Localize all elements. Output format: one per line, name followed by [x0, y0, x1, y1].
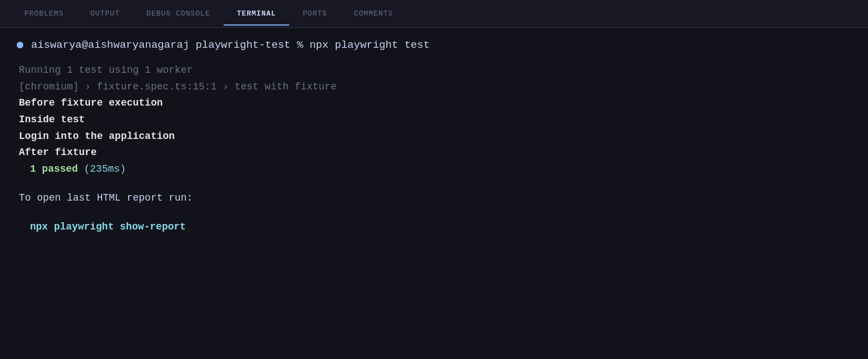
output-line-4: Inside test: [19, 112, 851, 128]
blank-line-2: [19, 207, 851, 219]
terminal-dot-icon: [17, 42, 23, 48]
tab-comments[interactable]: COMMENTS: [341, 2, 407, 26]
tab-ports[interactable]: PORTS: [289, 2, 340, 26]
output-line-3: Before fixture execution: [19, 95, 851, 112]
blank-line-1: [19, 178, 851, 190]
output-line-9: npx playwright show-report: [19, 219, 851, 236]
output-line-6: After fixture: [19, 144, 851, 161]
prompt-text: aiswarya@aishwaryanagaraj playwright-tes…: [31, 39, 430, 51]
tab-output[interactable]: OUTPUT: [77, 2, 133, 26]
output-line-1: Running 1 test using 1 worker: [19, 62, 851, 79]
output-line-2: [chromium] › fixture.spec.ts:15:1 › test…: [19, 79, 851, 96]
output-line-8: To open last HTML report run:: [19, 190, 851, 207]
tab-problems[interactable]: PROBLEMS: [11, 2, 77, 26]
passed-text: 1 passed: [30, 163, 78, 174]
terminal-panel[interactable]: aiswarya@aishwaryanagaraj playwright-tes…: [0, 28, 868, 359]
tab-debug-console[interactable]: DEBUG CONSOLE: [133, 2, 224, 26]
tab-bar: PROBLEMS OUTPUT DEBUG CONSOLE TERMINAL P…: [0, 0, 868, 28]
terminal-prompt-line: aiswarya@aishwaryanagaraj playwright-tes…: [17, 39, 851, 51]
output-line-5: Login into the application: [19, 128, 851, 145]
passed-time-value: (235ms): [84, 163, 126, 174]
terminal-output: Running 1 test using 1 worker [chromium]…: [17, 62, 851, 235]
tab-terminal[interactable]: TERMINAL: [224, 2, 290, 26]
output-line-7: 1 passed (235ms): [19, 161, 851, 178]
